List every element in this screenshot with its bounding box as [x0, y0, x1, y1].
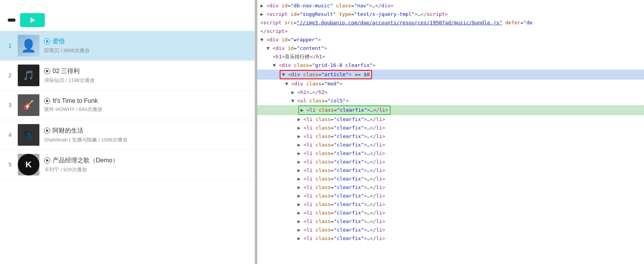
track-title: 产品经理之歌（Demo）	[44, 157, 119, 165]
line-content: ▶ <li class="clearfix">…</li>	[297, 218, 385, 225]
track-item[interactable]: 1👤爱悟邵夷贝 / 3666次播放	[0, 31, 255, 61]
devtools-line[interactable]: ▶ <li class="clearfix">…</li>	[257, 200, 644, 209]
tooltip-badge	[8, 19, 15, 22]
thumbnail-image: 🌑	[18, 124, 39, 146]
devtools-line[interactable]: ▼ <div class="mod">	[257, 80, 644, 88]
line-content: ▶ <script id="suggResult" type="text/x-j…	[260, 10, 448, 18]
track-thumbnail: 🎵	[18, 65, 39, 86]
devtools-line[interactable]: <script src="//img3.doubanio.com/dae/acc…	[257, 19, 644, 27]
devtools-line[interactable]: ▶ <li class="clearfix">…</li>	[257, 234, 644, 243]
devtools-line[interactable]: ▶ <li class="clearfix">…</li>	[257, 132, 644, 141]
devtools-line[interactable]: ▶ <li class="clearfix">…</li>	[257, 226, 644, 234]
track-item[interactable]: 5K产品经理之歌（Demo）卡列宁 / 929次播放	[0, 150, 255, 180]
line-content: ▼ <div class="mod">	[285, 80, 343, 88]
devtools-line[interactable]: ▶ <script id="suggResult" type="text/x-j…	[257, 10, 644, 19]
devtools-line[interactable]: ▶ <li class="clearfix">…</li>	[257, 141, 644, 149]
devtools-line[interactable]: ▶ <li class="clearfix">…</li>	[257, 115, 644, 124]
play-icon[interactable]	[44, 98, 50, 104]
svg-marker-0	[31, 17, 35, 23]
tooltip-bar	[0, 11, 255, 31]
track-info: 阿财的生活Shekhinah | 安娜与陈飙 / 1506次播放	[44, 127, 127, 143]
line-content: ▶ <li class="clearfix">…</li>	[297, 116, 385, 123]
devtools-content[interactable]: ▶ <div id="db-nav-music" class="nav">…</…	[257, 0, 644, 264]
line-content: ▶ <li class="clearfix">…</li>	[297, 175, 385, 183]
track-thumbnail: K	[18, 154, 39, 175]
devtools-line[interactable]: ▶ <li class="clearfix">…</li>	[257, 192, 644, 200]
devtools-line[interactable]: ▶ <li class="clearfix">…</li>	[257, 124, 644, 132]
line-content: ▶ <li class="clearfix">…</li>	[297, 209, 385, 217]
thumbnail-image: K	[18, 154, 39, 175]
track-title: 02 三得利	[44, 67, 95, 75]
play-button[interactable]	[20, 13, 45, 27]
track-info: 产品经理之歌（Demo）卡列宁 / 929次播放	[44, 157, 119, 173]
track-number: 3	[6, 102, 14, 108]
line-content: ▼ <ul class="col5">	[291, 97, 349, 105]
line-content: ▶ <li class="clearfix">…</li>	[297, 133, 385, 140]
devtools-line[interactable]: ▶ <li class="clearfix">…</li>	[257, 158, 644, 166]
line-content: ▶ <li class="clearfix">…</li>	[297, 124, 385, 132]
track-title-text: 阿财的生活	[53, 127, 83, 135]
devtools-line[interactable]: ▶ <li class="clearfix">…</li>	[257, 166, 644, 175]
track-meta: 號外 HOWHY / 644次播放	[44, 106, 102, 113]
devtools-line[interactable]: ▶ <div id="db-nav-music" class="nav">…</…	[257, 2, 644, 10]
line-content: ▶ <li class="clearfix">…</li>	[297, 150, 385, 157]
line-content: ▶ <li class="clearfix">…</li>	[297, 167, 385, 174]
track-item[interactable]: 2🎵02 三得利浪味仙贝 / 1198次播放	[0, 61, 255, 90]
page-title	[0, 0, 255, 11]
devtools-line[interactable]: </script>	[257, 27, 644, 36]
devtools-line[interactable]: ▶ <li class="clearfix">…</li>	[257, 217, 644, 226]
track-meta: 浪味仙贝 / 1198次播放	[44, 77, 95, 84]
play-icon[interactable]	[44, 157, 50, 164]
track-meta: 邵夷贝 / 3666次播放	[44, 47, 90, 54]
line-content: <h1>音乐排行榜</h1>	[273, 53, 325, 61]
track-title: 爱悟	[44, 37, 90, 46]
line-content: ▶ <li class="clearfix">…</li>	[297, 106, 391, 115]
line-content: ▶ <li class="clearfix">…</li>	[297, 192, 385, 200]
devtools-line[interactable]: ▶ <li class="clearfix">…</li>	[257, 175, 644, 183]
line-content: <script src="//img3.doubanio.com/dae/acc…	[260, 19, 532, 27]
line-content: ▶ <li class="clearfix">…</li>	[297, 158, 385, 166]
devtools-line[interactable]: ▶ <h2>…</h2>	[257, 88, 644, 97]
line-content: </script>	[260, 27, 287, 35]
track-item[interactable]: 3🎸It's Time to Funk號外 HOWHY / 644次播放	[0, 90, 255, 120]
thumbnail-image: 🎵	[18, 65, 39, 86]
track-item[interactable]: 4🌑阿财的生活Shekhinah | 安娜与陈飙 / 1506次播放	[0, 120, 255, 150]
devtools-line[interactable]: ▶ <li class="clearfix">…</li>	[257, 209, 644, 217]
devtools-line[interactable]: ▶ <li class="clearfix">…</li>	[257, 183, 644, 192]
devtools-line[interactable]: ▼ <ul class="col5">	[257, 97, 644, 105]
devtools-line[interactable]: ▶ <li class="clearfix">…</li>	[257, 105, 644, 115]
track-list: 1👤爱悟邵夷贝 / 3666次播放2🎵02 三得利浪味仙贝 / 1198次播放3…	[0, 31, 255, 264]
line-content: ▼ <div class="grid-16-8 clearfix">	[273, 61, 376, 69]
play-icon[interactable]	[44, 38, 50, 44]
track-number: 4	[6, 132, 14, 138]
track-title-text: It's Time to Funk	[53, 97, 98, 104]
music-chart-panel: 1👤爱悟邵夷贝 / 3666次播放2🎵02 三得利浪味仙贝 / 1198次播放3…	[0, 0, 255, 264]
track-meta: 卡列宁 / 929次播放	[44, 166, 119, 173]
devtools-line[interactable]: ▼ <div id="wrapper">	[257, 36, 644, 44]
devtools-line[interactable]: <h1>音乐排行榜</h1>	[257, 53, 644, 61]
line-content: ▼ <div id="wrapper">	[260, 36, 321, 44]
line-content: ▶ <li class="clearfix">…</li>	[297, 141, 385, 149]
play-icon[interactable]	[44, 68, 50, 74]
track-title: It's Time to Funk	[44, 97, 102, 104]
line-content: ▶ <li class="clearfix">…</li>	[297, 201, 385, 208]
devtools-line[interactable]: ▼ <div class="article"> == $0	[257, 70, 644, 80]
devtools-line[interactable]: ▼ <div class="grid-16-8 clearfix">	[257, 61, 644, 70]
line-content: ▼ <div id="content">	[267, 44, 327, 52]
track-meta: Shekhinah | 安娜与陈飙 / 1506次播放	[44, 136, 127, 143]
devtools-panel: ▶ <div id="db-nav-music" class="nav">…</…	[257, 0, 644, 264]
track-info: 爱悟邵夷贝 / 3666次播放	[44, 37, 90, 54]
line-content: ▶ <li class="clearfix">…</li>	[297, 184, 385, 191]
track-title: 阿财的生活	[44, 127, 127, 135]
track-number: 5	[6, 162, 14, 168]
track-number: 2	[6, 72, 14, 78]
track-thumbnail: 👤	[18, 35, 39, 56]
play-icon[interactable]	[44, 128, 50, 134]
line-content: ▶ <li class="clearfix">…</li>	[297, 235, 385, 242]
thumbnail-image: 🎸	[18, 94, 39, 116]
track-info: 02 三得利浪味仙贝 / 1198次播放	[44, 67, 95, 84]
line-content: ▶ <h2>…</h2>	[291, 89, 328, 96]
thumbnail-image: 👤	[18, 35, 39, 56]
devtools-line[interactable]: ▼ <div id="content">	[257, 44, 644, 53]
devtools-line[interactable]: ▶ <li class="clearfix">…</li>	[257, 149, 644, 158]
